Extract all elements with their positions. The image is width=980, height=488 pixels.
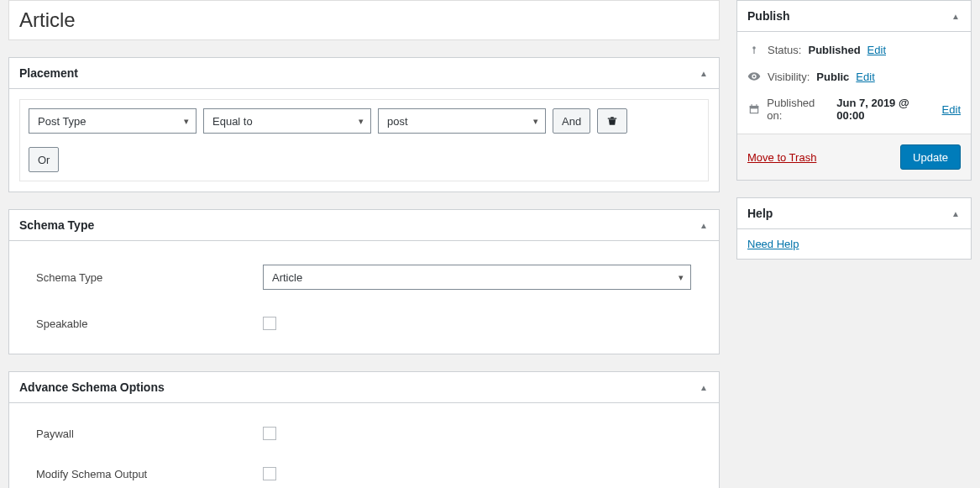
schema-type-label: Schema Type xyxy=(36,271,263,284)
published-on-row: Published on: Jun 7, 2019 @ 00:00 Edit xyxy=(737,90,971,129)
paywall-checkbox[interactable] xyxy=(263,427,276,440)
help-panel: Help ▲ Need Help xyxy=(736,197,972,260)
or-button[interactable]: Or xyxy=(29,147,59,172)
trash-icon xyxy=(606,115,618,127)
collapse-toggle[interactable]: ▲ xyxy=(941,198,971,228)
placement-panel: Placement ▲ Post Type Equal to post And … xyxy=(8,57,720,192)
svg-rect-5 xyxy=(751,104,752,106)
panel-header: Publish ▲ xyxy=(737,1,971,32)
status-value: Published xyxy=(808,44,860,56)
panel-header: Advance Schema Options ▲ xyxy=(9,372,719,403)
schema-type-panel: Schema Type ▲ Schema Type Article Speaka… xyxy=(8,209,720,354)
speakable-row: Speakable xyxy=(19,303,709,344)
delete-rule-button[interactable] xyxy=(597,108,627,134)
panel-title: Help xyxy=(737,198,783,228)
svg-rect-6 xyxy=(756,104,757,106)
placement-rule-row: Post Type Equal to post And Or xyxy=(19,99,709,181)
paywall-row: Paywall xyxy=(19,413,709,454)
panel-header: Schema Type ▲ xyxy=(9,210,719,241)
edit-status-link[interactable]: Edit xyxy=(867,44,886,56)
svg-rect-1 xyxy=(753,49,754,54)
schema-type-select[interactable]: Article xyxy=(263,265,691,290)
svg-rect-4 xyxy=(749,106,758,108)
visibility-value: Public xyxy=(816,71,849,83)
paywall-label: Paywall xyxy=(36,428,263,440)
panel-title: Publish xyxy=(737,1,800,31)
publish-actions: Move to Trash Update xyxy=(737,134,971,180)
panel-header: Help ▲ xyxy=(737,198,971,229)
modify-output-checkbox[interactable] xyxy=(263,467,276,480)
pin-icon xyxy=(747,45,761,56)
advanced-schema-panel: Advance Schema Options ▲ Paywall Modify … xyxy=(8,371,720,488)
published-label: Published on: xyxy=(767,97,830,122)
move-to-trash-link[interactable]: Move to Trash xyxy=(747,151,816,164)
collapse-toggle[interactable]: ▲ xyxy=(941,1,971,31)
panel-title: Placement xyxy=(9,58,88,88)
visibility-row: Visibility: Public Edit xyxy=(737,63,971,90)
published-value: Jun 7, 2019 @ 00:00 xyxy=(836,97,935,122)
eye-icon xyxy=(747,70,761,83)
modify-output-label: Modify Schema Output xyxy=(36,468,263,480)
update-button[interactable]: Update xyxy=(900,144,961,170)
and-button[interactable]: And xyxy=(553,108,590,134)
panel-title: Schema Type xyxy=(9,210,104,240)
status-label: Status: xyxy=(768,44,801,56)
rule-field-select[interactable]: Post Type xyxy=(29,108,197,134)
speakable-label: Speakable xyxy=(36,317,263,330)
speakable-checkbox[interactable] xyxy=(263,317,276,330)
svg-rect-7 xyxy=(751,108,757,113)
modify-output-row: Modify Schema Output xyxy=(19,454,709,488)
collapse-toggle[interactable]: ▲ xyxy=(689,372,719,402)
title-input[interactable] xyxy=(19,3,709,37)
panel-title: Advance Schema Options xyxy=(9,372,175,402)
svg-point-2 xyxy=(753,76,756,78)
need-help-link[interactable]: Need Help xyxy=(737,229,971,259)
title-field-wrap xyxy=(8,0,720,40)
rule-value-select[interactable]: post xyxy=(378,108,546,134)
visibility-label: Visibility: xyxy=(768,71,810,83)
publish-panel: Publish ▲ Status: Published Edit Visibil… xyxy=(736,0,972,181)
edit-visibility-link[interactable]: Edit xyxy=(856,71,874,83)
panel-header: Placement ▲ xyxy=(9,58,719,89)
schema-type-row: Schema Type Article xyxy=(19,251,709,303)
status-row: Status: Published Edit xyxy=(737,37,971,63)
edit-published-link[interactable]: Edit xyxy=(942,103,961,116)
rule-operator-select[interactable]: Equal to xyxy=(203,108,371,134)
collapse-toggle[interactable]: ▲ xyxy=(689,210,719,240)
calendar-icon xyxy=(747,103,760,115)
collapse-toggle[interactable]: ▲ xyxy=(689,58,719,88)
